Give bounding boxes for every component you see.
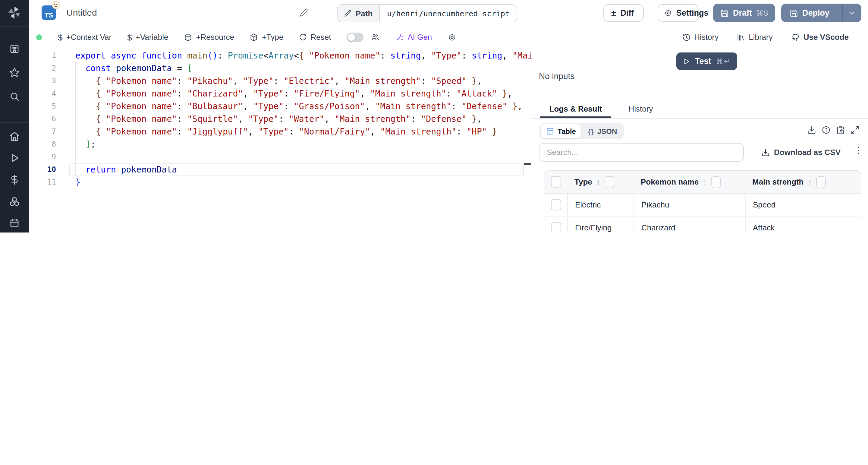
sidebar-item-runs[interactable] bbox=[9, 153, 20, 164]
code-line[interactable]: { "Pokemon name": "Jigglypuff", "Type": … bbox=[29, 125, 532, 138]
sidebar-item-apps[interactable] bbox=[9, 43, 20, 54]
play-icon bbox=[683, 58, 690, 65]
code-line[interactable]: return pokemonData bbox=[29, 164, 532, 176]
draft-button[interactable]: Draft ⌘S bbox=[713, 4, 775, 22]
expand-result-button[interactable] bbox=[850, 125, 860, 135]
path-label: Path bbox=[338, 5, 380, 22]
tab-history[interactable]: History bbox=[620, 99, 662, 118]
edit-summary-button[interactable] bbox=[300, 8, 308, 17]
clipboard-copy-icon bbox=[836, 125, 845, 135]
column-header: Pokemon name bbox=[641, 177, 699, 186]
result-actions bbox=[807, 125, 860, 135]
save-icon bbox=[720, 9, 729, 17]
library-icon bbox=[737, 33, 745, 41]
sidebar-item-resources[interactable] bbox=[9, 196, 20, 207]
row-checkbox[interactable] bbox=[551, 222, 561, 233]
overview-ruler-cursor bbox=[524, 163, 531, 165]
reset-button[interactable]: Reset bbox=[299, 33, 331, 41]
add-variable-button[interactable]: $ +Variable bbox=[127, 32, 168, 42]
code-line[interactable]: } bbox=[29, 176, 532, 189]
sidebar-item-home[interactable] bbox=[9, 131, 20, 142]
table-menu-button[interactable]: ⋮ bbox=[850, 145, 867, 155]
sidebar-item-schedules[interactable] bbox=[9, 218, 20, 229]
dollar-icon: $ bbox=[58, 32, 63, 42]
ai-gen-button[interactable]: AI Gen bbox=[396, 33, 432, 41]
code-line[interactable]: ]; bbox=[29, 138, 532, 151]
boxes-icon bbox=[9, 196, 20, 207]
table-cell: Speed bbox=[745, 194, 861, 216]
code-line[interactable]: const pokemonData = [ bbox=[29, 62, 532, 75]
save-icon bbox=[789, 9, 798, 17]
collab-toggle[interactable] bbox=[347, 32, 364, 42]
path-chip[interactable]: Path u/henri/unencumbered_script bbox=[337, 4, 518, 22]
editor-settings-button[interactable] bbox=[447, 33, 456, 41]
test-shortcut: ⌘↵ bbox=[716, 57, 731, 65]
column-filter-box[interactable] bbox=[816, 176, 826, 188]
emoji-badge-icon bbox=[52, 1, 60, 9]
deploy-button[interactable]: Deploy bbox=[781, 4, 861, 22]
code-line[interactable]: { "Pokemon name": "Pikachu", "Type": "El… bbox=[29, 75, 532, 87]
github-icon bbox=[791, 33, 800, 41]
pencil-icon bbox=[344, 10, 351, 17]
run-panel: Test ⌘↵ No inputs Logs & Result History … bbox=[532, 48, 868, 233]
pencil-icon bbox=[300, 8, 308, 17]
column-header: Type bbox=[575, 177, 592, 186]
code-line[interactable] bbox=[29, 151, 532, 164]
column-filter-box[interactable] bbox=[604, 176, 614, 188]
add-resource-button[interactable]: +Resource bbox=[184, 33, 234, 41]
view-toggle-json[interactable]: { } JSON bbox=[583, 124, 622, 138]
page-title: Untitled bbox=[66, 7, 97, 18]
sidebar-item-search[interactable] bbox=[9, 91, 20, 102]
sort-icon[interactable]: ↕ bbox=[808, 177, 812, 186]
settings-button[interactable]: Settings bbox=[658, 4, 699, 22]
editor-toolbar: $ +Context Var $ +Variable +Resource +Ty… bbox=[29, 26, 868, 49]
table-row: ElectricPikachuSpeed bbox=[544, 194, 861, 216]
result-info-button[interactable] bbox=[822, 125, 831, 135]
column-filter-box[interactable] bbox=[711, 176, 721, 188]
rotate-icon bbox=[299, 33, 307, 41]
sort-icon[interactable]: ↕ bbox=[596, 177, 600, 186]
active-tab-underline bbox=[540, 116, 611, 118]
library-button[interactable]: Library bbox=[737, 33, 773, 41]
code-line[interactable]: { "Pokemon name": "Charizard", "Type": "… bbox=[29, 87, 532, 100]
copy-result-button[interactable] bbox=[836, 125, 845, 135]
row-checkbox[interactable] bbox=[551, 199, 561, 210]
test-button[interactable]: Test ⌘↵ bbox=[676, 53, 737, 70]
no-inputs-label: No inputs bbox=[539, 71, 575, 81]
dollar-icon: $ bbox=[127, 32, 132, 42]
download-icon bbox=[807, 125, 816, 135]
search-input[interactable] bbox=[539, 143, 744, 162]
download-result-button[interactable] bbox=[807, 125, 816, 135]
status-dot bbox=[36, 34, 42, 40]
column-header: Main strength bbox=[752, 177, 804, 186]
editor-code[interactable]: export async function main(): Promise<Ar… bbox=[29, 50, 532, 189]
draft-shortcut: ⌘S bbox=[756, 9, 768, 17]
deploy-dropdown-button[interactable] bbox=[842, 4, 861, 22]
sidebar-item-favorites[interactable] bbox=[9, 67, 20, 78]
sidebar-item-variables[interactable] bbox=[9, 174, 20, 185]
info-icon bbox=[822, 125, 831, 135]
use-vscode-button[interactable]: Use VScode bbox=[791, 33, 849, 41]
download-csv-button[interactable]: Download as CSV bbox=[758, 143, 844, 162]
tab-logs-result[interactable]: Logs & Result bbox=[540, 99, 611, 118]
table-header: Type ↕ Pokemon name ↕ Main strength ↕ bbox=[544, 171, 861, 194]
table-cell: Attack bbox=[745, 216, 861, 233]
sort-icon[interactable]: ↕ bbox=[703, 177, 707, 186]
history-button[interactable]: History bbox=[682, 33, 718, 41]
view-toggle-table[interactable]: Table bbox=[541, 124, 581, 138]
path-value[interactable]: u/henri/unencumbered_script bbox=[380, 5, 517, 22]
sidebar bbox=[0, 0, 29, 233]
plus-minus-icon: ± bbox=[611, 8, 616, 18]
table-cell: Fire/Flying bbox=[567, 216, 633, 233]
code-line[interactable]: export async function main(): Promise<Ar… bbox=[29, 50, 532, 62]
code-editor[interactable]: 1234567891011 export async function main… bbox=[29, 48, 532, 233]
wand-icon bbox=[396, 33, 404, 41]
diff-button[interactable]: ± Diff bbox=[603, 4, 644, 22]
result-table: Type ↕ Pokemon name ↕ Main strength ↕ El… bbox=[544, 170, 861, 233]
code-line[interactable]: { "Pokemon name": "Bulbasaur", "Type": "… bbox=[29, 100, 532, 113]
add-type-button[interactable]: +Type bbox=[250, 33, 284, 41]
expand-icon bbox=[850, 125, 860, 135]
select-all-checkbox[interactable] bbox=[551, 176, 561, 187]
code-line[interactable]: { "Pokemon name": "Squirtle", "Type": "W… bbox=[29, 113, 532, 125]
add-context-var-button[interactable]: $ +Context Var bbox=[58, 32, 112, 42]
